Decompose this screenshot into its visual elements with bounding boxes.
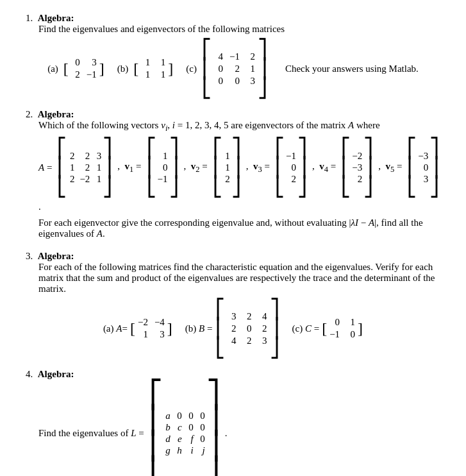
problem-4: 4. Algebra: Find the eigenvalues of L = … [26,369,440,476]
matrix-3a: (a) A= [ −2−4 13 ] [103,317,172,340]
matrix-c: (c) ⎡⎢⎣ 4−12 021 003 ⎤⎥⎦ [186,40,267,98]
problem-2: 2. Algebra: Which of the following vecto… [26,109,440,239]
vector-v4: ⎡⎢⎣ −2 −3 2 ⎤⎥⎦ [341,139,373,196]
vector-v3: ⎡⎢⎣ −1 0 2 ⎤⎥⎦ [275,139,307,196]
problem-3-matrices: (a) A= [ −2−4 13 ] (b) B = ⎡⎢⎣ 324 202 4… [26,300,440,357]
problem-1: 1. Algebra: Find the eigenvalues and eig… [26,13,440,98]
problem-3: 3. Algebra: For each of the following ma… [26,251,440,357]
problem-1-text: Find the eigenvalues and eigenvectors of… [38,24,440,35]
matrix-3b: (b) B = ⎡⎢⎣ 324 202 423 ⎤⎥⎦ [185,300,279,357]
matrix-A-2: ⎡⎢⎣ 223 121 2−21 ⎤⎥⎦ [57,139,112,196]
problem-1-header: 1. Algebra: [26,13,440,24]
matrix-L: ⎡⎢⎢⎣ a000 bc00 def0 ghij ⎤⎥⎥⎦ [149,382,220,476]
matrix-a: (a) [ 03 2−1 ] [47,57,104,80]
vector-v2: ⎡⎢⎣ 1 1 2 ⎤⎥⎦ [213,139,241,196]
problem-2-vectors: A = ⎡⎢⎣ 223 121 2−21 ⎤⎥⎦ , v1 = ⎡⎢⎣ 1 0 … [38,139,440,212]
vector-v5: ⎡⎢⎣ −3 0 3 ⎤⎥⎦ [407,139,439,196]
matrix-3c: (c) C = [ 01 −10 ] [292,317,363,340]
matrix-b: (b) [ 11 11 ] [117,57,174,80]
problem-1-matrices: (a) [ 03 2−1 ] (b) [ 11 11 ] (c) ⎡⎢⎣ 4−1… [26,40,440,98]
vector-v1: ⎡⎢⎣ 1 0 −1 ⎤⎥⎦ [147,139,179,196]
check-note: Check your answers using Matlab. [285,64,419,74]
